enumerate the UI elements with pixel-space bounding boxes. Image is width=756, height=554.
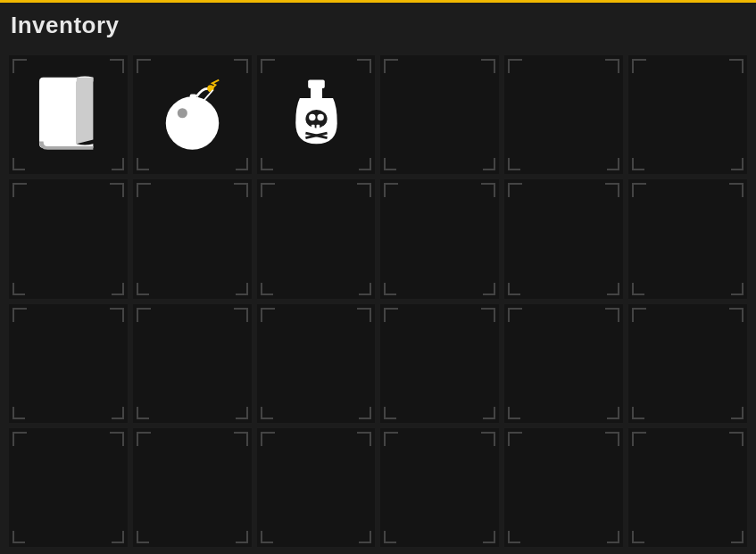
- svg-point-3: [178, 108, 187, 118]
- inventory-slot-10[interactable]: [504, 179, 623, 298]
- inventory-slot-14[interactable]: [257, 304, 376, 423]
- inventory-slot-21[interactable]: [380, 428, 499, 547]
- inventory-slot-1[interactable]: [133, 55, 252, 174]
- inventory-slot-8[interactable]: [257, 179, 376, 298]
- svg-rect-4: [308, 80, 325, 88]
- inventory-slot-16[interactable]: [504, 304, 623, 423]
- inventory-slot-9[interactable]: [380, 179, 499, 298]
- svg-rect-1: [189, 94, 195, 106]
- inventory-slot-2[interactable]: [257, 55, 376, 174]
- header: Inventory: [0, 0, 756, 48]
- inventory-slot-23[interactable]: [628, 428, 747, 547]
- book-icon: [27, 73, 110, 156]
- poison-icon: [275, 73, 358, 156]
- inventory-slot-0[interactable]: [9, 55, 128, 174]
- inventory-slot-7[interactable]: [133, 179, 252, 298]
- inventory-grid: [0, 48, 756, 554]
- inventory-slot-20[interactable]: [257, 428, 376, 547]
- inventory-slot-17[interactable]: [628, 304, 747, 423]
- page-title: Inventory: [11, 12, 120, 39]
- inventory-slot-12[interactable]: [9, 304, 128, 423]
- inventory-slot-22[interactable]: [504, 428, 623, 547]
- app: Inventory: [0, 0, 756, 554]
- inventory-slot-15[interactable]: [380, 304, 499, 423]
- svg-point-9: [314, 120, 318, 124]
- inventory-slot-5[interactable]: [628, 55, 747, 174]
- svg-point-7: [309, 114, 315, 120]
- bomb-icon: [151, 73, 234, 156]
- svg-rect-5: [311, 88, 322, 98]
- inventory-slot-4[interactable]: [504, 55, 623, 174]
- inventory-slot-19[interactable]: [133, 428, 252, 547]
- svg-rect-10: [311, 125, 314, 129]
- svg-point-8: [317, 114, 323, 120]
- inventory-slot-11[interactable]: [628, 179, 747, 298]
- inventory-slot-3[interactable]: [380, 55, 499, 174]
- svg-point-6: [305, 110, 327, 128]
- inventory-slot-6[interactable]: [9, 179, 128, 298]
- svg-rect-11: [316, 125, 320, 129]
- inventory-slot-18[interactable]: [9, 428, 128, 547]
- inventory-slot-13[interactable]: [133, 304, 252, 423]
